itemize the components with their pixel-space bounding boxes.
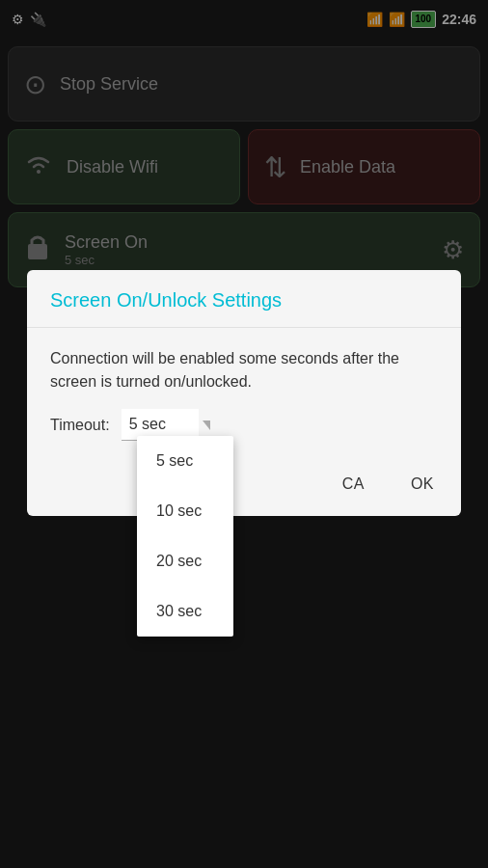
timeout-label: Timeout: [50,414,110,437]
dialog-title: Screen On/Unlock Settings [27,270,461,328]
dropdown-arrow-icon [203,420,210,430]
timeout-option-10sec[interactable]: 10 sec [137,486,233,536]
dialog-buttons: CA OK [27,460,461,516]
timeout-dropdown: 5 sec 10 sec 20 sec 30 sec [137,436,233,637]
timeout-option-30sec[interactable]: 30 sec [137,586,233,637]
timeout-option-20sec[interactable]: 20 sec [137,536,233,586]
dialog-body: Connection will be enabled some seconds … [27,328,461,460]
cancel-button[interactable]: CA [331,468,376,501]
timeout-row: Timeout: 5 sec 5 sec 10 sec 20 sec 30 se… [50,409,438,441]
screen-on-unlock-dialog: Screen On/Unlock Settings Connection wil… [27,270,461,516]
timeout-option-5sec[interactable]: 5 sec [137,436,233,486]
dialog-description: Connection will be enabled some seconds … [50,350,399,390]
ok-button[interactable]: OK [399,468,446,501]
